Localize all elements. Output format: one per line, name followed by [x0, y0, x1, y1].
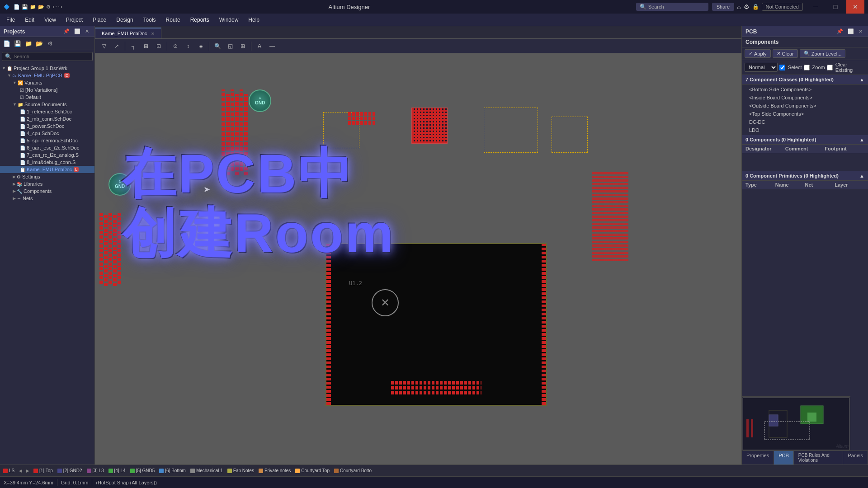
file-3[interactable]: 📄 3_power.SchDoc	[0, 122, 94, 130]
project-group-item[interactable]: ▼ 📋 Project Group 1.DsnWrk	[0, 65, 94, 72]
layer-top[interactable]: [1] Top	[32, 468, 54, 474]
apply-button[interactable]: ✓ Apply	[745, 49, 771, 58]
menu-route[interactable]: Route	[161, 15, 185, 24]
panels-tab[interactable]: Panels	[843, 451, 868, 465]
pad-tool[interactable]: ⊡	[153, 41, 164, 52]
new-doc-button[interactable]: 📄	[2, 38, 12, 48]
select-tool[interactable]: ↗	[111, 41, 122, 52]
layer-ls[interactable]: LS	[2, 468, 16, 474]
minimize-button[interactable]: ─	[807, 0, 825, 14]
design-rule[interactable]: ⊞	[237, 41, 248, 52]
default-item[interactable]: ☑ Default	[0, 94, 94, 101]
pcb-tab-bottom[interactable]: PCB	[774, 451, 794, 465]
share-button[interactable]: Share	[712, 3, 734, 11]
layer-private[interactable]: Private notes	[257, 468, 292, 474]
layer-bottom[interactable]: [6] Bottom	[158, 468, 187, 474]
close-button[interactable]: ✕	[846, 0, 864, 14]
rp-pin-button[interactable]: 📌	[835, 28, 845, 35]
settings-icon[interactable]: ⚙	[744, 3, 750, 10]
file-2[interactable]: 📄 2_mb_conn.SchDoc	[0, 115, 94, 122]
file-pcb[interactable]: 📋 Kame_FMU.PcbDoc L	[0, 166, 94, 173]
clear-existing-checkbox[interactable]	[827, 65, 833, 70]
panel-pin-button[interactable]: 📌	[61, 28, 71, 35]
nets-item[interactable]: ▶ 〰 Nets	[0, 195, 94, 202]
layer-l4[interactable]: [4] L4	[107, 468, 127, 474]
normal-select[interactable]: Normal Highlight Mask	[745, 63, 778, 72]
layer-mech1[interactable]: Mechanical 1	[189, 468, 224, 474]
project-item[interactable]: ▼ 🗂 Kame_FMU.PrjPCB D	[0, 72, 94, 79]
open-folder-button[interactable]: 📁	[24, 38, 33, 48]
menu-window[interactable]: Window	[215, 15, 243, 24]
inspect-tool[interactable]: 🔍	[212, 41, 223, 52]
menu-view[interactable]: View	[40, 15, 61, 24]
filter-tool[interactable]: ▽	[99, 41, 109, 52]
tab-close[interactable]: ✕	[151, 31, 155, 36]
prim-expand-icon[interactable]: ▲	[859, 173, 864, 178]
variants-item[interactable]: ▼ 🔀 Variants	[0, 79, 94, 86]
expand-icon[interactable]: ▲	[859, 77, 864, 82]
project-search-input[interactable]	[14, 54, 81, 59]
libraries-item[interactable]: ▶ 📚 Libraries	[0, 180, 94, 188]
menu-tools[interactable]: Tools	[139, 15, 160, 24]
file-5[interactable]: 📄 5_spi_memory.SchDoc	[0, 137, 94, 144]
no-variations-item[interactable]: ☑ [No Variations]	[0, 86, 94, 94]
clear-button[interactable]: ✕ Clear	[773, 49, 798, 58]
settings-item[interactable]: ▶ ⚙ Settings	[0, 173, 94, 180]
class-ldo[interactable]: LDO	[742, 126, 868, 134]
layer-gnd2[interactable]: [2] GND2	[56, 468, 84, 474]
file-6[interactable]: 📄 6_uart_esc_i2c.SchDoc	[0, 144, 94, 151]
menu-design[interactable]: Design	[112, 15, 137, 24]
source-docs-item[interactable]: ▼ 📁 Source Documents	[0, 101, 94, 108]
menu-help[interactable]: Help	[244, 15, 264, 24]
3d-tool[interactable]: ◈	[195, 41, 206, 52]
interactive-route[interactable]: ⊞	[141, 41, 151, 52]
settings-button[interactable]: ⚙	[45, 38, 55, 48]
layer-fab[interactable]: Fab Notes	[226, 468, 255, 474]
properties-tab[interactable]: Properties	[742, 451, 774, 465]
file-4[interactable]: 📄 4_cpu.SchDoc	[0, 130, 94, 137]
lock-icon[interactable]: 🔒	[752, 4, 759, 10]
layer-gnd5[interactable]: [5] GND5	[129, 468, 156, 474]
layer-courtyard-top[interactable]: Courtyard Top	[294, 468, 331, 474]
col-designator: Designator	[745, 146, 785, 151]
select-checkbox[interactable]	[779, 65, 785, 70]
route-tool[interactable]: ┐	[128, 41, 139, 52]
menu-place[interactable]: Place	[88, 15, 111, 24]
more-tools[interactable]: —	[267, 41, 278, 52]
save-button[interactable]: 💾	[13, 38, 23, 48]
measure-tool[interactable]: ↕	[183, 41, 193, 52]
components-item[interactable]: ▶ 🔧 Components	[0, 188, 94, 195]
file-7[interactable]: 📄 7_can_rc_i2c_analog.S	[0, 151, 94, 159]
project-search-box[interactable]: 🔍	[2, 52, 93, 61]
class-bottom-side[interactable]: <Bottom Side Components>	[742, 85, 868, 94]
file-8[interactable]: 📄 8_imu&debug_conn.S	[0, 159, 94, 166]
pcb-canvas-area[interactable]: U1.2 ✕	[95, 53, 741, 465]
title-search-bar[interactable]: 🔍 Search	[636, 3, 708, 11]
pcb-tab[interactable]: Kame_FMU.PcbDoc ✕	[95, 28, 161, 38]
zoom-level-button[interactable]: 🔍 Zoom Level...	[800, 49, 846, 58]
maximize-button[interactable]: □	[826, 0, 844, 14]
panel-expand-button[interactable]: ⬜	[72, 28, 82, 35]
open-button[interactable]: 📂	[34, 38, 44, 48]
class-dc-dc[interactable]: DC-DC	[742, 118, 868, 126]
layer-courtyard-bot[interactable]: Courtyard Botto	[333, 468, 373, 474]
rp-close-button[interactable]: ✕	[857, 28, 864, 35]
rp-expand-button[interactable]: ⬜	[846, 28, 856, 35]
text-tool[interactable]: A	[254, 41, 265, 52]
count-expand-icon[interactable]: ▲	[859, 137, 864, 142]
class-top-side[interactable]: <Top Side Components>	[742, 110, 868, 118]
class-outside-board[interactable]: <Outside Board Components>	[742, 102, 868, 110]
home-icon[interactable]: ⌂	[737, 3, 741, 10]
copy-tool[interactable]: ⊙	[170, 41, 181, 52]
file-1[interactable]: 📄 1_reference.SchDoc	[0, 108, 94, 115]
class-inside-board[interactable]: <Inside Board Components>	[742, 94, 868, 102]
pcb-rules-tab[interactable]: PCB Rules And Violations	[794, 451, 844, 465]
zoom-checkbox[interactable]	[804, 65, 810, 70]
layer-tool[interactable]: ◱	[225, 41, 236, 52]
menu-project[interactable]: Project	[61, 15, 87, 24]
menu-edit[interactable]: Edit	[20, 15, 39, 24]
panel-close-button[interactable]: ✕	[83, 28, 91, 35]
menu-file[interactable]: File	[2, 15, 19, 24]
menu-reports[interactable]: Reports	[186, 15, 214, 24]
layer-l3[interactable]: [3] L3	[85, 468, 105, 474]
